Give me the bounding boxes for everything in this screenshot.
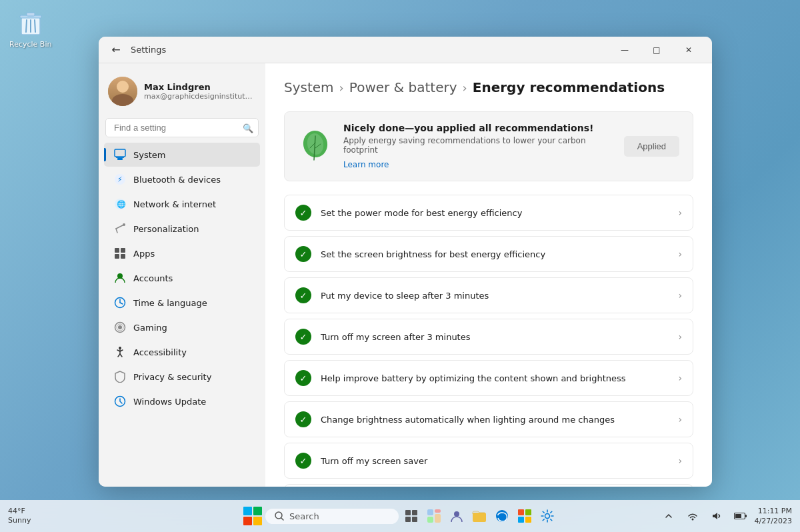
svg-rect-52 — [518, 509, 524, 515]
chevron-right-icon-3: › — [678, 331, 682, 342]
chevron-up-button[interactable] — [659, 506, 679, 526]
bluetooth-icon: ⚡ — [113, 173, 127, 186]
taskbar-search-label: Search — [289, 511, 319, 521]
banner-subtitle: Apply energy saving recommendations to l… — [343, 136, 613, 155]
sidebar-item-bluetooth[interactable]: ⚡ Bluetooth & devices — [104, 167, 260, 191]
learn-more-link[interactable]: Learn more — [343, 160, 389, 169]
svg-point-25 — [118, 325, 122, 329]
svg-rect-16 — [115, 248, 119, 253]
sidebar-item-personalization[interactable]: Personalization — [104, 217, 260, 241]
windows-logo — [243, 507, 262, 525]
check-icon-1 — [295, 246, 311, 262]
sidebar-label-update: Windows Update — [133, 397, 206, 407]
start-button[interactable] — [243, 506, 263, 526]
recommendation-item-1[interactable]: Set the screen brightness for best energ… — [284, 236, 693, 272]
svg-rect-47 — [427, 517, 433, 523]
svg-rect-60 — [745, 515, 747, 517]
banner-title: Nicely done—you applied all recommendati… — [343, 123, 613, 133]
chevron-right-icon-5: › — [678, 414, 682, 425]
rec-text-6: Turn off my screen saver — [321, 456, 678, 466]
svg-rect-17 — [121, 248, 125, 253]
task-view-button[interactable] — [401, 506, 421, 526]
check-icon-0 — [295, 205, 311, 221]
recommendation-item-4[interactable]: Help improve battery by optimizing the c… — [284, 360, 693, 396]
sidebar-item-accessibility[interactable]: Accessibility — [104, 340, 260, 364]
maximize-button[interactable]: □ — [641, 39, 672, 61]
avatar-image — [108, 77, 137, 106]
search-input[interactable] — [105, 118, 259, 137]
svg-point-14 — [123, 223, 125, 226]
minimize-button[interactable]: — — [609, 39, 640, 61]
system-icon — [113, 148, 127, 161]
recommendation-item-3[interactable]: Turn off my screen after 3 minutes › — [284, 319, 693, 355]
volume-button[interactable] — [707, 506, 727, 526]
svg-text:🌐: 🌐 — [117, 199, 126, 209]
wifi-button[interactable] — [683, 506, 703, 526]
sidebar-label-accessibility: Accessibility — [133, 347, 187, 357]
explorer-button[interactable] — [469, 506, 489, 526]
sidebar-item-system[interactable]: System — [104, 143, 260, 167]
weather-widget: 44°F Sunny — [8, 507, 31, 526]
recycle-bin[interactable]: Recycle Bin — [9, 8, 51, 49]
breadcrumb-sep-0: › — [339, 81, 344, 95]
clock: 11:11 PM 4/27/2023 — [755, 506, 792, 527]
svg-line-15 — [116, 229, 117, 233]
settings-taskbar-button[interactable] — [537, 506, 557, 526]
sidebar-item-time[interactable]: Time & language — [104, 291, 260, 315]
svg-rect-6 — [115, 149, 125, 157]
svg-rect-41 — [405, 510, 411, 515]
svg-rect-55 — [525, 517, 531, 523]
recommendation-item-6[interactable]: Turn off my screen saver › — [284, 443, 693, 479]
recommendation-item-7[interactable]: Stop USB devices when my screen is off t… — [284, 484, 693, 487]
chevron-right-icon-4: › — [678, 373, 682, 383]
svg-rect-59 — [735, 514, 741, 518]
update-icon — [113, 395, 127, 408]
recommendations-list: Set the power mode for best energy effic… — [284, 195, 693, 487]
chevron-right-icon-2: › — [678, 290, 682, 301]
weather-temp: 44°F — [8, 507, 31, 516]
svg-point-49 — [454, 511, 459, 517]
sidebar-item-gaming[interactable]: Gaming — [104, 315, 260, 339]
network-icon: 🌐 — [113, 197, 127, 211]
store-button[interactable] — [515, 506, 535, 526]
sidebar-item-accounts[interactable]: Accounts — [104, 266, 260, 290]
recommendation-item-2[interactable]: Put my device to sleep after 3 minutes › — [284, 277, 693, 313]
sidebar-item-update[interactable]: Windows Update — [104, 389, 260, 413]
applied-button[interactable]: Applied — [624, 136, 679, 157]
teams-button[interactable] — [447, 506, 467, 526]
svg-rect-54 — [518, 517, 524, 523]
svg-line-23 — [120, 303, 123, 304]
personalization-icon — [113, 222, 127, 235]
edge-button[interactable] — [492, 506, 512, 526]
recommendation-item-5[interactable]: Change brightness automatically when lig… — [284, 401, 693, 437]
battery-button[interactable] — [731, 506, 751, 526]
sidebar-item-privacy[interactable]: Privacy & security — [104, 365, 260, 389]
sidebar-label-network: Network & internet — [133, 199, 216, 209]
taskbar-search-icon — [275, 511, 284, 521]
widgets-button[interactable] — [424, 506, 444, 526]
user-profile[interactable]: Max Lindgren max@graphicdesigninstitute.… — [99, 70, 265, 113]
chevron-right-icon-6: › — [678, 455, 682, 466]
breadcrumb-item-1[interactable]: Power & battery — [349, 79, 457, 95]
sidebar-item-network[interactable]: 🌐 Network & internet — [104, 192, 260, 216]
sidebar-item-apps[interactable]: Apps — [104, 241, 260, 265]
recommendation-item-0[interactable]: Set the power mode for best energy effic… — [284, 195, 693, 231]
close-button[interactable]: ✕ — [673, 39, 704, 61]
sidebar-label-accounts: Accounts — [133, 273, 173, 283]
window-controls: — □ ✕ — [609, 39, 704, 61]
explorer-icon — [472, 509, 487, 523]
gear-icon — [540, 509, 555, 523]
taskbar-right: 11:11 PM 4/27/2023 — [659, 506, 792, 527]
breadcrumb-item-0[interactable]: System — [284, 79, 334, 95]
sidebar-search[interactable]: 🔍 — [105, 118, 259, 137]
chevron-right-icon-0: › — [678, 207, 682, 218]
svg-rect-53 — [525, 509, 531, 515]
chevron-up-icon — [665, 512, 673, 520]
sidebar-label-bluetooth: Bluetooth & devices — [133, 175, 221, 185]
rec-text-3: Turn off my screen after 3 minutes — [321, 332, 678, 342]
taskbar-search[interactable]: Search — [265, 509, 399, 524]
widgets-icon — [427, 509, 441, 523]
back-button[interactable]: ← — [107, 41, 125, 59]
svg-rect-18 — [115, 254, 119, 259]
svg-rect-8 — [116, 157, 124, 158]
